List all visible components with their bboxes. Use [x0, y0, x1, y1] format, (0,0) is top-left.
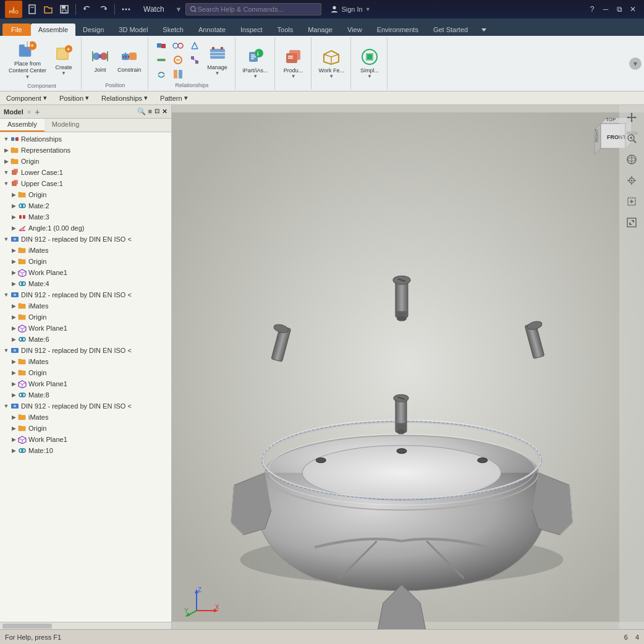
rel-btn7[interactable]: [153, 67, 169, 81]
tab-manage[interactable]: Manage: [300, 23, 340, 36]
more-tabs-button[interactable]: [478, 23, 490, 36]
produ-dropdown[interactable]: ▼: [291, 74, 296, 79]
model-add-tab[interactable]: +: [35, 107, 40, 117]
redo-button[interactable]: [97, 3, 109, 15]
pan-button[interactable]: [622, 108, 642, 127]
ribbon-expand[interactable]: ▾: [629, 37, 642, 90]
tab-getstarted[interactable]: Get Started: [426, 23, 475, 36]
tree-item-22[interactable]: ▶Origin: [0, 367, 171, 378]
tree-expand-arrow[interactable]: ▶: [10, 391, 17, 399]
tree-expand-arrow[interactable]: ▶: [10, 380, 17, 388]
hscroll-thumb[interactable]: [2, 624, 52, 629]
tree-item-1[interactable]: ▼Relationships: [0, 133, 171, 145]
tab-design[interactable]: Design: [75, 23, 111, 36]
tree-item-6[interactable]: ▶Origin: [0, 189, 171, 200]
tree-expand-arrow[interactable]: ▶: [10, 258, 17, 265]
help-button[interactable]: ?: [586, 3, 598, 15]
save-button[interactable]: [58, 3, 70, 15]
tab-3dmodel[interactable]: 3D Model: [111, 23, 155, 36]
tree-expand-arrow[interactable]: ▶: [10, 447, 17, 454]
tree-item-18[interactable]: ▶Work Plane1: [0, 323, 171, 334]
simpl-dropdown[interactable]: ▼: [367, 74, 372, 79]
tree-item-8[interactable]: ▶Mate:3: [0, 211, 171, 222]
panel-float-button[interactable]: ⊡: [155, 108, 159, 116]
create-button[interactable]: + Create ▼: [50, 42, 77, 78]
tree-item-12[interactable]: ▶Origin: [0, 256, 171, 267]
search-input[interactable]: [197, 6, 317, 13]
joint-button[interactable]: Joint: [87, 44, 114, 75]
search-bar[interactable]: [185, 3, 321, 15]
tree-item-21[interactable]: ▶iMates: [0, 356, 171, 367]
tab-assemble[interactable]: Assemble: [31, 23, 75, 36]
tree-item-14[interactable]: ▶Mate:4: [0, 278, 171, 289]
tab-assembly[interactable]: Assembly: [0, 119, 44, 132]
new-button[interactable]: [26, 3, 38, 15]
tree-expand-arrow[interactable]: ▶: [10, 213, 17, 221]
tab-tools[interactable]: Tools: [270, 23, 301, 36]
tree-expand-arrow[interactable]: ▶: [10, 224, 17, 232]
tree-item-15[interactable]: ▼DIN 912 - replaced by DIN EN ISO <: [0, 289, 171, 300]
tree-item-20[interactable]: ▼DIN 912 - replaced by DIN EN ISO <: [0, 345, 171, 356]
tree-item-28[interactable]: ▶Work Plane1: [0, 434, 171, 445]
r2-relationships[interactable]: Relationships ▾: [99, 93, 150, 103]
tree-expand-arrow[interactable]: ▶: [10, 269, 17, 276]
open-button[interactable]: [42, 3, 54, 15]
tree-item-13[interactable]: ▶Work Plane1: [0, 267, 171, 278]
tree-item-9[interactable]: ▶Angle:1 (0.00 deg): [0, 222, 171, 234]
manage-dropdown[interactable]: ▼: [215, 70, 220, 76]
tree-item-16[interactable]: ▶iMates: [0, 300, 171, 311]
tree-expand-arrow[interactable]: ▶: [10, 324, 17, 332]
tree-expand-arrow[interactable]: ▶: [10, 247, 17, 254]
rel-btn2[interactable]: [170, 39, 186, 53]
tab-view[interactable]: View: [340, 23, 370, 36]
sign-in[interactable]: Sign In ▼: [330, 5, 370, 14]
rel-btn4[interactable]: [153, 53, 169, 67]
tree-expand-arrow[interactable]: ▶: [10, 280, 17, 287]
workfe-button[interactable]: Work Fe... ▼: [316, 45, 347, 81]
tab-environments[interactable]: Environments: [370, 23, 426, 36]
tree-expand-arrow[interactable]: ▶: [10, 336, 17, 343]
tree-item-25[interactable]: ▼DIN 912 - replaced by DIN EN ISO <: [0, 400, 171, 412]
panel-close-button[interactable]: ✕: [162, 108, 167, 116]
place-dropdown[interactable]: ▼: [25, 74, 30, 80]
tree-expand-arrow[interactable]: ▼: [2, 235, 10, 243]
minimize-button[interactable]: ─: [600, 3, 612, 15]
tree-expand-arrow[interactable]: ▶: [10, 313, 17, 321]
tree-expand-arrow[interactable]: ▶: [10, 302, 17, 310]
ipart-dropdown[interactable]: ▼: [253, 74, 258, 79]
tab-annotate[interactable]: Annotate: [191, 23, 233, 36]
tree-expand-arrow[interactable]: ▼: [2, 180, 10, 187]
ipart-button[interactable]: i iPart/iAs... ▼: [240, 45, 271, 81]
r2-pattern[interactable]: Pattern ▾: [158, 93, 190, 103]
create-dropdown[interactable]: ▼: [61, 70, 66, 76]
tree-expand-arrow[interactable]: ▶: [10, 413, 17, 421]
tab-file[interactable]: File: [2, 23, 31, 36]
rel-btn5[interactable]: [170, 53, 186, 67]
tree-item-26[interactable]: ▶iMates: [0, 412, 171, 423]
tree-expand-arrow[interactable]: ▶: [10, 369, 17, 376]
tree-item-10[interactable]: ▼DIN 912 - replaced by DIN EN ISO <: [0, 234, 171, 245]
orbit-button[interactable]: [622, 150, 642, 169]
tree-expand-arrow[interactable]: ▶: [2, 158, 10, 165]
tree-expand-arrow[interactable]: ▼: [2, 135, 10, 143]
tree-item-19[interactable]: ▶Mate:6: [0, 334, 171, 345]
tree-item-3[interactable]: ▶Origin: [0, 156, 171, 167]
place-button[interactable]: + Place fromContent Center ▼: [6, 38, 49, 82]
tree-item-24[interactable]: ▶Mate:8: [0, 389, 171, 400]
horizontal-scrollbar[interactable]: [0, 622, 171, 629]
close-button[interactable]: ✕: [627, 3, 639, 15]
tree-expand-arrow[interactable]: ▼: [2, 402, 10, 410]
window-zoom-button[interactable]: [622, 192, 642, 211]
tree-expand-arrow[interactable]: ▼: [2, 347, 10, 354]
tree-expand-arrow[interactable]: ▶: [10, 191, 17, 198]
manage-button[interactable]: Manage ▼: [204, 42, 231, 78]
tab-sketch[interactable]: Sketch: [155, 23, 191, 36]
rel-btn8[interactable]: [170, 67, 186, 81]
r2-component[interactable]: Component ▾: [4, 93, 49, 103]
constrain-button[interactable]: Constrain: [115, 44, 144, 75]
tree-item-11[interactable]: ▶iMates: [0, 245, 171, 256]
produ-button[interactable]: Produ... ▼: [280, 45, 307, 81]
workfe-dropdown[interactable]: ▼: [329, 74, 334, 79]
tree-expand-arrow[interactable]: ▶: [2, 146, 10, 154]
more-button[interactable]: [120, 3, 132, 15]
